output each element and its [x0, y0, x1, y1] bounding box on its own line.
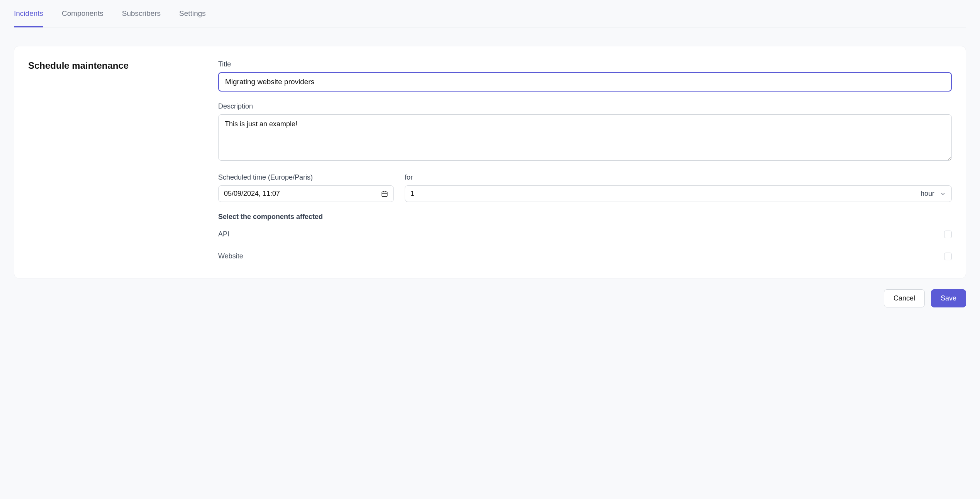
duration-label: for [405, 173, 952, 182]
component-checkbox-api[interactable] [944, 231, 952, 238]
tab-settings[interactable]: Settings [179, 0, 206, 27]
title-input[interactable] [218, 72, 952, 92]
component-row-website: Website [218, 251, 952, 262]
tab-components[interactable]: Components [62, 0, 103, 27]
component-checkbox-website[interactable] [944, 253, 952, 260]
component-name: API [218, 230, 229, 238]
components-label: Select the components affected [218, 213, 952, 221]
schedule-maintenance-card: Schedule maintenance Title Description S… [14, 46, 966, 278]
component-name: Website [218, 252, 243, 260]
footer-actions: Cancel Save [14, 289, 966, 307]
title-label: Title [218, 60, 952, 68]
duration-unit: hour [921, 190, 934, 198]
description-label: Description [218, 102, 952, 110]
save-button[interactable]: Save [931, 289, 966, 307]
cancel-button[interactable]: Cancel [884, 289, 925, 307]
scheduled-time-value: 05/09/2024, 11:07 [224, 190, 381, 198]
scheduled-time-input[interactable]: 05/09/2024, 11:07 [218, 185, 394, 202]
tab-subscribers[interactable]: Subscribers [122, 0, 161, 27]
chevron-down-icon [940, 191, 946, 197]
duration-value-input[interactable] [410, 190, 921, 198]
calendar-icon [381, 190, 388, 197]
description-field-group: Description [218, 102, 952, 163]
title-field-group: Title [218, 60, 952, 92]
svg-rect-0 [382, 192, 387, 196]
tab-incidents[interactable]: Incidents [14, 0, 43, 27]
description-input[interactable] [218, 114, 952, 161]
scheduled-time-label: Scheduled time (Europe/Paris) [218, 173, 394, 182]
page-title: Schedule maintenance [28, 60, 206, 71]
tabs-bar: Incidents Components Subscribers Setting… [14, 0, 966, 27]
duration-select[interactable]: hour [405, 185, 952, 202]
components-section: Select the components affected API Websi… [218, 213, 952, 262]
component-row-api: API [218, 229, 952, 240]
